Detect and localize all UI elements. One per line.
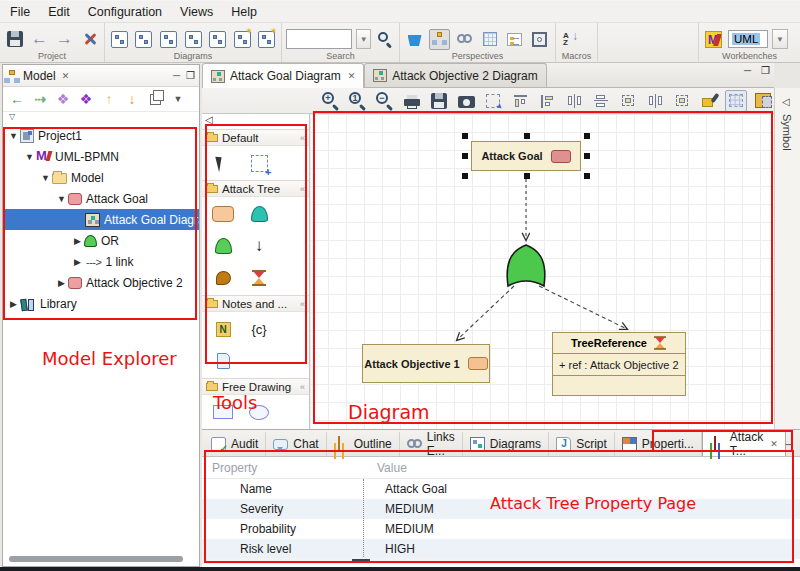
- new-diagram-button[interactable]: [232, 29, 253, 50]
- tab-links-editor[interactable]: Links E...: [400, 432, 463, 456]
- attack-node-tool[interactable]: [212, 203, 234, 225]
- menu-configuration[interactable]: Configuration: [86, 3, 164, 21]
- tab-attack-goal-diagram[interactable]: Attack Goal Diagram ✕: [202, 63, 364, 88]
- tab-chat[interactable]: Chat: [266, 432, 326, 456]
- expand-caret-icon[interactable]: ▶: [71, 257, 84, 267]
- collapse-chevron-icon[interactable]: «: [300, 299, 305, 309]
- storage-perspective-button[interactable]: [529, 29, 550, 50]
- snap-to-grid-toggle[interactable]: [725, 90, 747, 112]
- navigate-back-button[interactable]: ←: [9, 90, 25, 108]
- table-row-risk-level[interactable]: Risk level HIGH: [202, 539, 800, 559]
- print-button[interactable]: [401, 90, 423, 112]
- node-attack-objective-1[interactable]: Attack Objective 1: [362, 344, 490, 383]
- collapse-chevron-icon[interactable]: «: [300, 382, 305, 392]
- diagram-canvas[interactable]: Attack Goal Attack Objective 1 TreeRefer…: [310, 114, 774, 429]
- expand-left-icon[interactable]: ◁: [782, 96, 790, 107]
- connector-or-to-treereference[interactable]: [539, 286, 627, 329]
- and-gate-tool[interactable]: [248, 203, 270, 225]
- center-vertical-button[interactable]: [563, 90, 585, 112]
- expand-caret-icon[interactable]: ▼: [7, 131, 20, 141]
- connector-or-to-objective1[interactable]: [457, 286, 514, 340]
- tree-item-attack-objective-2[interactable]: ▶ Attack Objective 2: [3, 272, 199, 293]
- minimize-icon[interactable]: ─: [744, 65, 751, 76]
- symbol-vertical-tab[interactable]: Symbol: [781, 114, 793, 151]
- or-gate-shape[interactable]: [507, 245, 545, 286]
- tree-item-attack-goal-diagram[interactable]: Attack Goal Diagram: [3, 209, 199, 230]
- column-divider[interactable]: [363, 479, 364, 559]
- close-icon[interactable]: ✕: [62, 71, 70, 81]
- diagram-type-5-button[interactable]: [207, 29, 228, 50]
- selection-handle[interactable]: [524, 173, 530, 179]
- close-icon[interactable]: ✕: [348, 71, 356, 81]
- move-down-button[interactable]: ↓: [124, 90, 140, 108]
- selection-handle[interactable]: [584, 133, 590, 139]
- next-element-button[interactable]: ❖: [78, 90, 94, 108]
- search-input[interactable]: [286, 29, 352, 49]
- palette-group-notes[interactable]: Notes and ... «: [202, 295, 309, 312]
- link-tool[interactable]: ↓: [248, 235, 270, 257]
- align-left-button[interactable]: [536, 90, 558, 112]
- expand-caret-icon[interactable]: ▶: [55, 278, 68, 288]
- configure-button[interactable]: [79, 29, 100, 50]
- zoom-out-button[interactable]: −: [374, 90, 396, 112]
- menu-file[interactable]: File: [8, 3, 32, 21]
- menu-views[interactable]: Views: [178, 3, 215, 21]
- note-tool[interactable]: N: [212, 318, 234, 340]
- snapshot-button[interactable]: [455, 90, 477, 112]
- diagram-properties-button[interactable]: [752, 90, 774, 112]
- horizontal-scrollbar[interactable]: [9, 556, 183, 562]
- center-horizontal-button[interactable]: [590, 90, 612, 112]
- close-icon[interactable]: ✕: [770, 439, 778, 449]
- tree-item-uml-bpmn[interactable]: ▼ UML-BPMN: [3, 146, 199, 167]
- tab-diagrams[interactable]: Diagrams: [463, 432, 549, 456]
- attack-leaf-tool[interactable]: [212, 267, 234, 289]
- expand-caret-icon[interactable]: ▼: [55, 194, 68, 204]
- tree-item-model[interactable]: ▼ Model: [3, 167, 199, 188]
- search-button[interactable]: [375, 29, 395, 50]
- marquee-select-tool[interactable]: [248, 152, 270, 174]
- tree-item-library[interactable]: ▶ Library: [3, 293, 199, 314]
- expand-caret-icon[interactable]: ▶: [7, 299, 20, 309]
- links-perspective-button[interactable]: [454, 29, 475, 50]
- align-top-button[interactable]: [509, 90, 531, 112]
- collapse-chevron-icon[interactable]: «: [300, 133, 305, 143]
- tree-item-attack-goal[interactable]: ▼ Attack Goal: [3, 188, 199, 209]
- duplicate-button[interactable]: [147, 90, 163, 108]
- search-dropdown-button[interactable]: ▼: [356, 29, 371, 49]
- navigate-forward-button[interactable]: ⇢: [32, 90, 48, 108]
- tab-attack-tree[interactable]: Attack T... ✕: [702, 430, 786, 456]
- move-up-button[interactable]: ↑: [101, 90, 117, 108]
- sort-macros-button[interactable]: AZ: [560, 29, 581, 50]
- column-header-property[interactable]: Property: [202, 461, 363, 475]
- select-tool[interactable]: [212, 152, 234, 174]
- table-row-probability[interactable]: Probability MEDIUM: [202, 519, 800, 539]
- selection-handle[interactable]: [462, 153, 468, 159]
- selection-handle[interactable]: [524, 133, 530, 139]
- expand-caret-icon[interactable]: ▶: [71, 236, 84, 246]
- workbench-dropdown-button[interactable]: ▼: [772, 29, 788, 49]
- diagram-type-3-button[interactable]: [158, 29, 179, 50]
- new-matrix-button[interactable]: [256, 29, 277, 50]
- palette-group-default[interactable]: Default «: [202, 129, 309, 146]
- selection-handle[interactable]: [462, 173, 468, 179]
- fit-selection-button[interactable]: [482, 90, 504, 112]
- menu-help[interactable]: Help: [229, 3, 259, 21]
- tab-attack-objective-2-diagram[interactable]: Attack Objective 2 Diagram: [364, 63, 546, 87]
- tree-item-1-link[interactable]: ▶ ---> 1 link: [3, 251, 199, 272]
- diagram-type-2-button[interactable]: [134, 29, 155, 50]
- diagram-type-4-button[interactable]: [183, 29, 204, 50]
- tab-audit[interactable]: Audit: [204, 432, 266, 456]
- save-button[interactable]: [4, 29, 25, 50]
- model-perspective-button[interactable]: [429, 29, 450, 50]
- zoom-actual-button[interactable]: 1: [347, 90, 369, 112]
- collapse-chevron-icon[interactable]: «: [300, 184, 305, 194]
- clean-layout-button[interactable]: [698, 90, 720, 112]
- zoom-in-button[interactable]: +: [320, 90, 342, 112]
- list-perspective-button[interactable]: [504, 29, 525, 50]
- maximize-icon[interactable]: ❐: [761, 65, 770, 76]
- undo-button[interactable]: ←: [29, 29, 50, 50]
- same-height-button[interactable]: [644, 90, 666, 112]
- document-tool[interactable]: [212, 350, 234, 372]
- minimize-icon[interactable]: ─: [173, 70, 180, 81]
- grid-perspective-button[interactable]: [479, 29, 500, 50]
